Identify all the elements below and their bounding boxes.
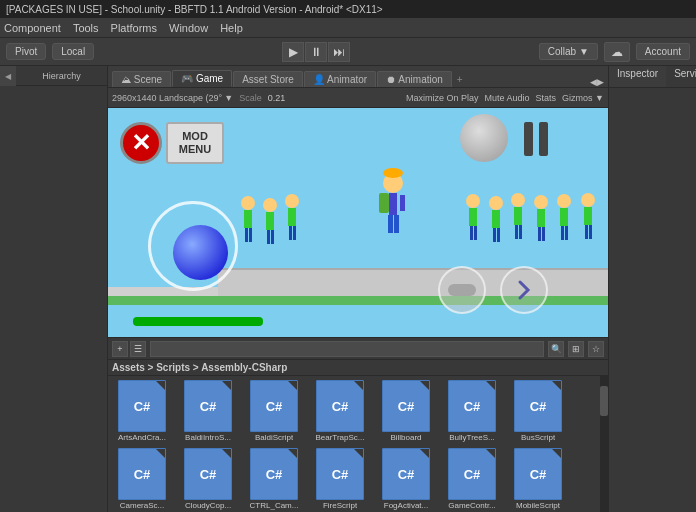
svg-rect-25 xyxy=(492,210,500,228)
resolution-selector[interactable]: 2960x1440 Landscape (29° ▼ xyxy=(112,93,233,103)
tab-scene[interactable]: ⛰ Scene xyxy=(112,71,171,87)
asset-label: CloudyCop... xyxy=(185,501,231,510)
pause-button[interactable]: ⏸ xyxy=(305,42,327,62)
svg-rect-21 xyxy=(469,208,477,226)
svg-rect-42 xyxy=(585,225,588,239)
left-panel-collapse[interactable]: ◀ xyxy=(0,66,16,86)
asset-label: GameContr... xyxy=(448,501,496,510)
asset-label: BusScript xyxy=(521,433,555,442)
cs-file-icon: C# xyxy=(316,380,364,432)
cs-file-icon: C# xyxy=(250,380,298,432)
asset-label: BullyTreeS... xyxy=(449,433,495,442)
tab-inspector[interactable]: Inspector xyxy=(609,66,666,87)
play-button[interactable]: ▶ xyxy=(282,42,304,62)
account-button[interactable]: Account xyxy=(636,43,690,60)
asset-search-input[interactable] xyxy=(150,341,544,357)
cs-file-icon: C# xyxy=(118,448,166,500)
tab-add-button[interactable]: + xyxy=(453,72,467,87)
menu-component[interactable]: Component xyxy=(4,22,61,34)
hierarchy-list xyxy=(0,86,107,512)
title-bar: [PACKAGES IN USE] - School.unity - BBFTD… xyxy=(0,0,696,18)
hierarchy-tab[interactable]: Hierarchy xyxy=(16,66,107,85)
asset-item[interactable]: C#CTRL_Cam... xyxy=(242,446,306,512)
asset-item[interactable]: C#Billboard xyxy=(374,378,438,444)
tabs-collapse-icon[interactable]: ◀▶ xyxy=(590,77,604,87)
svg-rect-17 xyxy=(288,208,296,226)
asset-label: BaldiIntroS... xyxy=(185,433,231,442)
center-column: ⛰ Scene 🎮 Game Asset Store 👤 Animator ⏺ … xyxy=(108,66,608,512)
scale-label: Scale xyxy=(239,93,262,103)
svg-rect-34 xyxy=(538,227,541,241)
svg-point-12 xyxy=(263,198,277,212)
svg-rect-9 xyxy=(244,210,252,228)
svg-rect-14 xyxy=(267,230,270,244)
svg-rect-6 xyxy=(379,193,389,213)
bottom-scrollbar[interactable] xyxy=(600,376,608,512)
title-text: [PACKAGES IN USE] - School.unity - BBFTD… xyxy=(6,4,383,15)
menu-tools[interactable]: Tools xyxy=(73,22,99,34)
breadcrumb-path[interactable]: Assets > Scripts > xyxy=(112,362,201,373)
mute-button[interactable]: Mute Audio xyxy=(485,93,530,103)
menu-platforms[interactable]: Platforms xyxy=(111,22,157,34)
right-panel-tabs: Inspector Service xyxy=(609,66,696,88)
bottom-create-button[interactable]: + xyxy=(112,341,128,357)
svg-rect-22 xyxy=(470,226,473,240)
asset-item[interactable]: C#BusScript xyxy=(506,378,570,444)
asset-item[interactable]: C#GameContr... xyxy=(440,446,504,512)
asset-label: BaldiScript xyxy=(255,433,293,442)
bottom-filter-button[interactable]: ☰ xyxy=(130,341,146,357)
gizmos-button[interactable]: Gizmos ▼ xyxy=(562,93,604,103)
asset-item[interactable]: C#BullyTreeS... xyxy=(440,378,504,444)
svg-rect-23 xyxy=(474,226,477,240)
bottom-tool-buttons: + ☰ xyxy=(112,341,146,357)
tab-animation[interactable]: ⏺ Animation xyxy=(377,71,452,87)
pivot-group: Pivot xyxy=(6,43,46,60)
bottom-scrollbar-thumb[interactable] xyxy=(600,386,608,416)
bottom-toolbar: + ☰ 🔍 ⊞ ☆ xyxy=(108,338,608,360)
asset-item[interactable]: C#FogActivat... xyxy=(374,446,438,512)
asset-item[interactable]: C#CameraSc... xyxy=(110,446,174,512)
svg-rect-10 xyxy=(245,228,248,242)
asset-item[interactable]: C#CloudyCop... xyxy=(176,446,240,512)
list-view-button[interactable]: ☆ xyxy=(588,341,604,357)
svg-rect-11 xyxy=(249,228,252,242)
svg-point-36 xyxy=(557,194,571,208)
play-controls: ▶ ⏸ ⏭ xyxy=(282,42,350,62)
asset-label: CTRL_Cam... xyxy=(250,501,299,510)
svg-rect-39 xyxy=(565,226,568,240)
collab-button[interactable]: Collab ▼ xyxy=(539,43,598,60)
svg-rect-3 xyxy=(400,195,405,211)
asset-item[interactable]: C#BaldiScript xyxy=(242,378,306,444)
menu-help[interactable]: Help xyxy=(220,22,243,34)
svg-point-28 xyxy=(511,193,525,207)
bottom-game-controls xyxy=(438,266,548,314)
left-control-circle[interactable] xyxy=(438,266,486,314)
grid-view-button[interactable]: ⊞ xyxy=(568,341,584,357)
svg-point-32 xyxy=(534,195,548,209)
stats-button[interactable]: Stats xyxy=(536,93,557,103)
cloud-button[interactable]: ☁ xyxy=(604,42,630,62)
tab-animator[interactable]: 👤 Animator xyxy=(304,71,376,87)
toolbar: Pivot Local ▶ ⏸ ⏭ Collab ▼ ☁ Account xyxy=(0,38,696,66)
animator-icon: 👤 xyxy=(313,74,327,85)
cs-file-icon: C# xyxy=(448,380,496,432)
search-button[interactable]: 🔍 xyxy=(548,341,564,357)
asset-item[interactable]: C#FireScript xyxy=(308,446,372,512)
asset-item[interactable]: C#BaldiIntroS... xyxy=(176,378,240,444)
right-control-circle[interactable] xyxy=(500,266,548,314)
menu-window[interactable]: Window xyxy=(169,22,208,34)
svg-rect-26 xyxy=(493,228,496,242)
step-button[interactable]: ⏭ xyxy=(328,42,350,62)
assets-grid: C#ArtsAndCra...C#BaldiIntroS...C#BaldiSc… xyxy=(108,376,600,512)
asset-item[interactable]: C#MobileScript xyxy=(506,446,570,512)
local-button[interactable]: Local xyxy=(57,45,89,58)
tab-service[interactable]: Service xyxy=(666,66,696,87)
tab-game[interactable]: 🎮 Game xyxy=(172,70,232,87)
tab-asset-store[interactable]: Asset Store xyxy=(233,71,303,87)
svg-rect-35 xyxy=(542,227,545,241)
pivot-button[interactable]: Pivot xyxy=(11,45,41,58)
asset-item[interactable]: C#ArtsAndCra... xyxy=(110,378,174,444)
maximize-button[interactable]: Maximize On Play xyxy=(406,93,479,103)
asset-item[interactable]: C#BearTrapSc... xyxy=(308,378,372,444)
svg-rect-27 xyxy=(497,228,500,242)
